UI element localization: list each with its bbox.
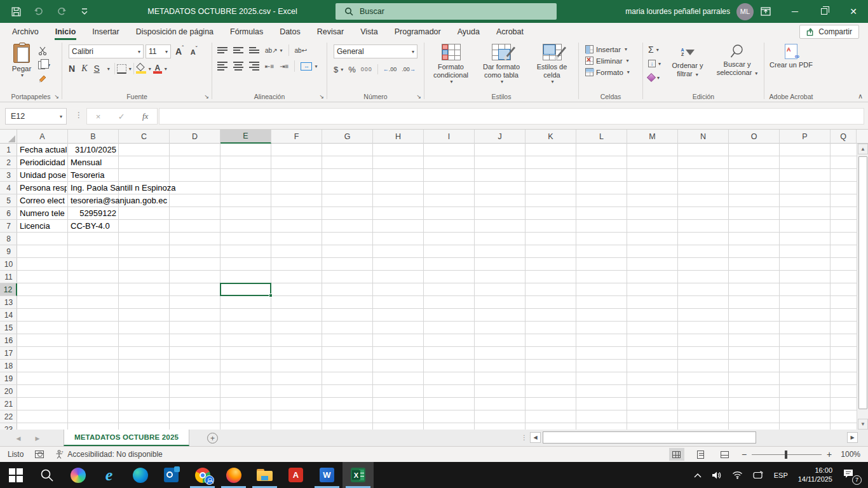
row-header-3[interactable]: 3 <box>0 169 17 182</box>
search-box[interactable]: Buscar <box>336 3 557 20</box>
cell-A4[interactable]: Persona resp <box>20 182 67 194</box>
column-header-I[interactable]: I <box>424 130 475 144</box>
currency-button[interactable]: $▾ <box>334 64 343 75</box>
increase-indent-button[interactable]: ⇥≡ <box>280 63 288 70</box>
name-box[interactable]: E12 ▾ <box>5 108 67 125</box>
clear-button[interactable]: ▾ <box>648 72 661 83</box>
row-header-11[interactable]: 11 <box>0 271 17 283</box>
format-cells-button[interactable]: Formato▾ <box>585 68 640 76</box>
bold-button[interactable]: N <box>69 64 75 74</box>
column-header-N[interactable]: N <box>678 130 729 144</box>
save-button[interactable] <box>9 4 23 18</box>
row-header-22[interactable]: 22 <box>0 410 17 423</box>
insert-cells-button[interactable]: Insertar▾ <box>585 45 640 53</box>
page-break-view-button[interactable] <box>717 448 733 461</box>
column-header-M[interactable]: M <box>627 130 678 144</box>
tab-archivo[interactable]: Archivo <box>4 23 47 40</box>
row-header-23[interactable]: 23 <box>0 423 17 430</box>
copy-button[interactable]: ▾ <box>38 59 50 71</box>
column-header-A[interactable]: A <box>17 130 68 144</box>
zoom-slider-thumb[interactable] <box>785 451 787 459</box>
add-sheet-button[interactable]: + <box>207 433 218 444</box>
tab-acrobat[interactable]: Acrobat <box>488 23 532 40</box>
format-painter-button[interactable] <box>38 73 50 85</box>
close-button[interactable]: ✕ <box>839 0 868 23</box>
cell-B5[interactable]: tesoreria@sanjuan.gob.ec <box>71 194 167 207</box>
row-header-2[interactable]: 2 <box>0 156 17 169</box>
select-all-button[interactable] <box>0 130 17 144</box>
orientation-button[interactable]: ab↗▾ <box>265 44 283 56</box>
merge-center-button[interactable]: ↔▾ <box>301 60 317 72</box>
row-header-6[interactable]: 6 <box>0 207 17 220</box>
page-layout-view-button[interactable] <box>693 448 709 461</box>
tab-fórmulas[interactable]: Fórmulas <box>222 23 271 40</box>
cell-B3[interactable]: Tesoreria <box>71 169 104 182</box>
paste-button[interactable]: Pegar ▾ <box>5 44 38 92</box>
row-header-7[interactable]: 7 <box>0 220 17 233</box>
column-header-P[interactable]: P <box>780 130 831 144</box>
tab-ayuda[interactable]: Ayuda <box>449 23 488 40</box>
cell-A3[interactable]: Unidad pose <box>20 169 67 182</box>
row-header-14[interactable]: 14 <box>0 309 17 322</box>
autosum-button[interactable]: Σ▾ <box>648 44 661 55</box>
align-middle-button[interactable] <box>233 47 243 53</box>
fill-handle[interactable] <box>269 294 273 297</box>
record-macro-icon[interactable] <box>35 451 44 458</box>
vertical-scrollbar[interactable]: ▲ ▼ <box>857 144 868 430</box>
cell-A2[interactable]: Periodicidad <box>20 156 67 169</box>
align-top-button[interactable] <box>217 47 227 53</box>
horizontal-scrollbar[interactable]: ◀ ▶ <box>530 431 858 444</box>
column-header-F[interactable]: F <box>271 130 322 144</box>
decrease-indent-button[interactable]: ⇤≡ <box>265 63 274 70</box>
row-header-16[interactable]: 16 <box>0 334 17 347</box>
zoom-level[interactable]: 100% <box>841 450 860 459</box>
tab-datos[interactable]: Datos <box>271 23 309 40</box>
taskbar-acrobat-reader-button[interactable]: A <box>280 462 311 488</box>
clipboard-dialog-launcher[interactable]: ↘ <box>54 93 59 100</box>
share-button[interactable]: Compartir <box>799 25 859 39</box>
column-header-C[interactable]: C <box>119 130 170 144</box>
row-header-17[interactable]: 17 <box>0 347 17 360</box>
clock[interactable]: 16:00 14/11/2025 <box>798 466 832 484</box>
scroll-down-button[interactable]: ▼ <box>858 419 868 430</box>
percent-button[interactable]: % <box>348 65 356 74</box>
delete-cells-button[interactable]: Eliminar▾ <box>585 57 640 65</box>
row-header-5[interactable]: 5 <box>0 194 17 207</box>
cell-A1[interactable]: Fecha actual <box>20 144 67 156</box>
vertical-scroll-thumb[interactable] <box>858 156 867 409</box>
wifi-icon[interactable] <box>732 471 743 479</box>
insert-function-button[interactable]: fx <box>142 111 148 121</box>
row-header-8[interactable]: 8 <box>0 233 17 245</box>
borders-button[interactable]: ▾ <box>117 63 132 74</box>
formula-input[interactable] <box>159 108 864 125</box>
minimize-button[interactable]: ─ <box>780 0 810 23</box>
column-header-Q[interactable]: Q <box>831 130 857 144</box>
row-header-20[interactable]: 20 <box>0 385 17 398</box>
cell-A5[interactable]: Correo elect <box>20 194 67 207</box>
zoom-out-button[interactable]: − <box>742 449 747 459</box>
cell-A6[interactable]: Numero tele <box>20 207 67 220</box>
scroll-left-button[interactable]: ◀ <box>530 432 541 443</box>
taskbar-copilot-button[interactable] <box>62 462 93 488</box>
decrease-font-button[interactable]: Aˇ <box>188 47 200 56</box>
row-header-1[interactable]: 1 <box>0 144 17 156</box>
row-header-21[interactable]: 21 <box>0 398 17 410</box>
font-color-button[interactable]: A▾ <box>153 63 167 74</box>
cell-A7[interactable]: Licencia <box>20 220 67 233</box>
tab-insertar[interactable]: Insertar <box>84 23 127 40</box>
accessibility-status[interactable]: ? Accesibilidad: No disponible <box>55 450 162 459</box>
cell-B1[interactable]: 31/10/2025 <box>68 144 116 156</box>
thousands-button[interactable]: 000 <box>361 66 372 72</box>
number-dialog-launcher[interactable]: ↘ <box>416 93 421 100</box>
tab-inicio[interactable]: Inicio <box>47 23 85 40</box>
taskbar-internet-explorer-button[interactable]: e <box>93 462 125 488</box>
align-right-button[interactable] <box>249 62 259 71</box>
number-format-combo[interactable]: General▾ <box>334 44 417 58</box>
account-area[interactable]: maria lourdes peñafiel parrales ML <box>625 0 754 23</box>
row-header-18[interactable]: 18 <box>0 360 17 372</box>
zoom-slider[interactable] <box>752 454 822 455</box>
taskbar-word-button[interactable]: W <box>311 462 342 488</box>
cell-B6[interactable]: 52959122 <box>68 207 116 220</box>
horizontal-scroll-thumb[interactable] <box>543 431 756 444</box>
row-header-13[interactable]: 13 <box>0 296 17 309</box>
